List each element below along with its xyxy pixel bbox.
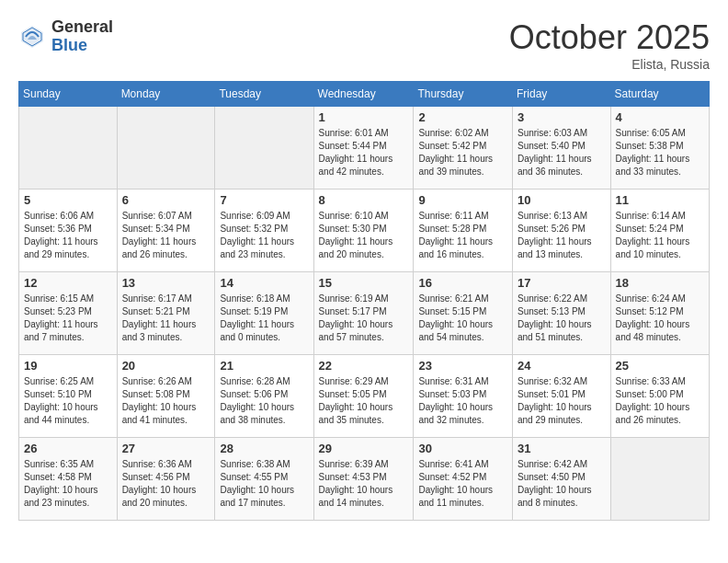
day-number: 6 <box>122 193 210 207</box>
weekday-header-tuesday: Tuesday <box>215 82 313 107</box>
day-info: Sunrise: 6:35 AMSunset: 4:58 PMDaylight:… <box>24 458 112 510</box>
calendar-cell: 1Sunrise: 6:01 AMSunset: 5:44 PMDaylight… <box>313 107 414 190</box>
day-number: 4 <box>616 110 704 124</box>
day-info: Sunrise: 6:29 AMSunset: 5:05 PMDaylight:… <box>319 375 409 427</box>
calendar-cell: 22Sunrise: 6:29 AMSunset: 5:05 PMDayligh… <box>313 355 414 438</box>
day-info: Sunrise: 6:32 AMSunset: 5:01 PMDaylight:… <box>518 375 606 427</box>
weekday-header-wednesday: Wednesday <box>313 82 414 107</box>
day-info: Sunrise: 6:07 AMSunset: 5:34 PMDaylight:… <box>122 210 210 261</box>
calendar-cell: 31Sunrise: 6:42 AMSunset: 4:50 PMDayligh… <box>512 438 610 521</box>
calendar-cell: 5Sunrise: 6:06 AMSunset: 5:36 PMDaylight… <box>19 190 118 272</box>
day-info: Sunrise: 6:19 AMSunset: 5:17 PMDaylight:… <box>319 293 409 344</box>
calendar-cell: 23Sunrise: 6:31 AMSunset: 5:03 PMDayligh… <box>414 355 513 438</box>
day-number: 23 <box>418 359 507 373</box>
day-number: 11 <box>616 193 704 207</box>
day-info: Sunrise: 6:31 AMSunset: 5:03 PMDaylight:… <box>418 375 507 427</box>
calendar-cell <box>19 107 118 190</box>
day-number: 1 <box>319 110 409 124</box>
calendar-cell: 16Sunrise: 6:21 AMSunset: 5:15 PMDayligh… <box>414 272 513 355</box>
day-info: Sunrise: 6:18 AMSunset: 5:19 PMDaylight:… <box>220 293 308 344</box>
day-number: 26 <box>24 442 112 455</box>
day-info: Sunrise: 6:03 AMSunset: 5:40 PMDaylight:… <box>518 127 606 178</box>
day-number: 3 <box>518 110 606 124</box>
day-number: 7 <box>220 193 308 207</box>
calendar-cell: 15Sunrise: 6:19 AMSunset: 5:17 PMDayligh… <box>313 272 414 355</box>
calendar-week-row: 19Sunrise: 6:25 AMSunset: 5:10 PMDayligh… <box>19 355 710 438</box>
day-number: 9 <box>418 193 507 207</box>
day-number: 5 <box>24 193 112 207</box>
day-number: 10 <box>518 193 606 207</box>
day-info: Sunrise: 6:41 AMSunset: 4:52 PMDaylight:… <box>418 458 507 510</box>
day-info: Sunrise: 6:06 AMSunset: 5:36 PMDaylight:… <box>24 210 112 261</box>
weekday-header-saturday: Saturday <box>610 82 709 107</box>
calendar-cell: 10Sunrise: 6:13 AMSunset: 5:26 PMDayligh… <box>512 190 610 272</box>
logo-icon <box>18 23 46 51</box>
logo-blue: Blue <box>51 37 113 55</box>
calendar-week-row: 12Sunrise: 6:15 AMSunset: 5:23 PMDayligh… <box>19 272 710 355</box>
calendar-cell: 25Sunrise: 6:33 AMSunset: 5:00 PMDayligh… <box>610 355 709 438</box>
weekday-header-sunday: Sunday <box>19 82 118 107</box>
day-number: 22 <box>319 359 409 373</box>
day-info: Sunrise: 6:02 AMSunset: 5:42 PMDaylight:… <box>418 127 507 178</box>
day-info: Sunrise: 6:10 AMSunset: 5:30 PMDaylight:… <box>319 210 409 261</box>
calendar-cell <box>117 107 215 190</box>
calendar-cell <box>215 107 313 190</box>
calendar-cell: 12Sunrise: 6:15 AMSunset: 5:23 PMDayligh… <box>19 272 118 355</box>
calendar-cell: 14Sunrise: 6:18 AMSunset: 5:19 PMDayligh… <box>215 272 313 355</box>
day-number: 8 <box>319 193 409 207</box>
day-info: Sunrise: 6:38 AMSunset: 4:55 PMDaylight:… <box>220 458 308 510</box>
calendar-cell: 13Sunrise: 6:17 AMSunset: 5:21 PMDayligh… <box>117 272 215 355</box>
calendar-cell: 11Sunrise: 6:14 AMSunset: 5:24 PMDayligh… <box>610 190 709 272</box>
day-info: Sunrise: 6:21 AMSunset: 5:15 PMDaylight:… <box>418 293 507 344</box>
day-number: 2 <box>418 110 507 124</box>
day-number: 14 <box>220 276 308 290</box>
day-info: Sunrise: 6:22 AMSunset: 5:13 PMDaylight:… <box>518 293 606 344</box>
day-number: 18 <box>616 276 704 290</box>
logo-text: General Blue <box>51 18 113 55</box>
day-info: Sunrise: 6:28 AMSunset: 5:06 PMDaylight:… <box>220 375 308 427</box>
calendar-week-row: 1Sunrise: 6:01 AMSunset: 5:44 PMDaylight… <box>19 107 710 190</box>
calendar-cell: 18Sunrise: 6:24 AMSunset: 5:12 PMDayligh… <box>610 272 709 355</box>
weekday-header-thursday: Thursday <box>414 82 513 107</box>
day-info: Sunrise: 6:26 AMSunset: 5:08 PMDaylight:… <box>122 375 210 427</box>
day-number: 30 <box>418 442 507 455</box>
day-number: 19 <box>24 359 112 373</box>
day-number: 27 <box>122 442 210 455</box>
day-info: Sunrise: 6:01 AMSunset: 5:44 PMDaylight:… <box>319 127 409 178</box>
calendar-cell: 7Sunrise: 6:09 AMSunset: 5:32 PMDaylight… <box>215 190 313 272</box>
weekday-header-friday: Friday <box>512 82 610 107</box>
calendar-cell: 2Sunrise: 6:02 AMSunset: 5:42 PMDaylight… <box>414 107 513 190</box>
location-subtitle: Elista, Russia <box>509 57 710 72</box>
day-info: Sunrise: 6:15 AMSunset: 5:23 PMDaylight:… <box>24 293 112 344</box>
logo-general: General <box>51 18 113 37</box>
calendar-cell: 6Sunrise: 6:07 AMSunset: 5:34 PMDaylight… <box>117 190 215 272</box>
day-number: 20 <box>122 359 210 373</box>
calendar-cell: 29Sunrise: 6:39 AMSunset: 4:53 PMDayligh… <box>313 438 414 521</box>
day-number: 16 <box>418 276 507 290</box>
day-info: Sunrise: 6:05 AMSunset: 5:38 PMDaylight:… <box>616 127 704 178</box>
calendar-cell: 21Sunrise: 6:28 AMSunset: 5:06 PMDayligh… <box>215 355 313 438</box>
calendar-cell: 30Sunrise: 6:41 AMSunset: 4:52 PMDayligh… <box>414 438 513 521</box>
calendar-cell: 3Sunrise: 6:03 AMSunset: 5:40 PMDaylight… <box>512 107 610 190</box>
month-title: October 2025 <box>509 18 710 57</box>
day-number: 24 <box>518 359 606 373</box>
calendar-cell: 9Sunrise: 6:11 AMSunset: 5:28 PMDaylight… <box>414 190 513 272</box>
day-number: 28 <box>220 442 308 455</box>
calendar-header-row: SundayMondayTuesdayWednesdayThursdayFrid… <box>19 82 710 107</box>
calendar-cell <box>610 438 709 521</box>
logo: General Blue <box>18 18 113 55</box>
day-info: Sunrise: 6:09 AMSunset: 5:32 PMDaylight:… <box>220 210 308 261</box>
day-number: 21 <box>220 359 308 373</box>
day-number: 17 <box>518 276 606 290</box>
day-info: Sunrise: 6:25 AMSunset: 5:10 PMDaylight:… <box>24 375 112 427</box>
day-info: Sunrise: 6:17 AMSunset: 5:21 PMDaylight:… <box>122 293 210 344</box>
day-info: Sunrise: 6:13 AMSunset: 5:26 PMDaylight:… <box>518 210 606 261</box>
day-number: 25 <box>616 359 704 373</box>
day-info: Sunrise: 6:39 AMSunset: 4:53 PMDaylight:… <box>319 458 409 510</box>
calendar-cell: 28Sunrise: 6:38 AMSunset: 4:55 PMDayligh… <box>215 438 313 521</box>
calendar-cell: 26Sunrise: 6:35 AMSunset: 4:58 PMDayligh… <box>19 438 118 521</box>
day-info: Sunrise: 6:33 AMSunset: 5:00 PMDaylight:… <box>616 375 704 427</box>
day-info: Sunrise: 6:42 AMSunset: 4:50 PMDaylight:… <box>518 458 606 510</box>
day-number: 13 <box>122 276 210 290</box>
weekday-header-monday: Monday <box>117 82 215 107</box>
